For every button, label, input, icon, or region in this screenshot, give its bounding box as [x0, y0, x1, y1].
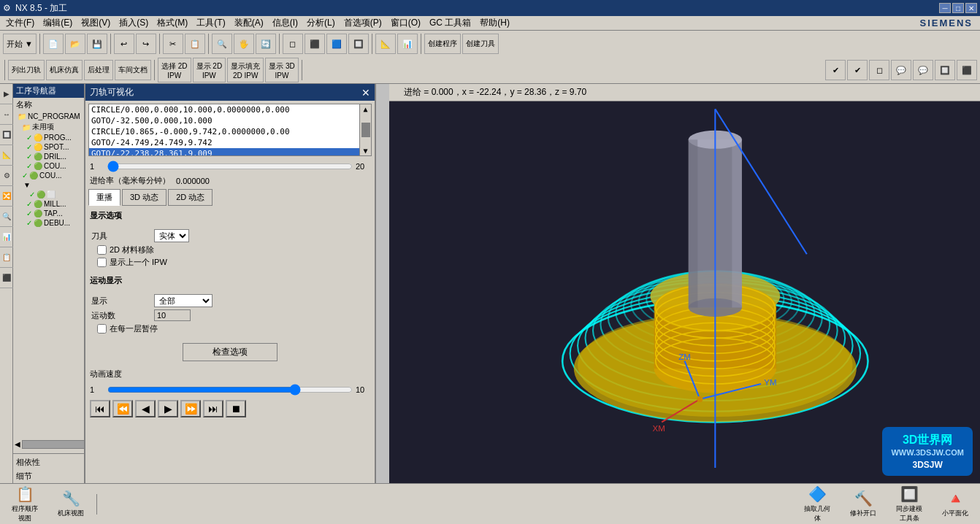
verify-btn6[interactable]: 🔲: [935, 60, 955, 80]
create-tool-button[interactable]: 创建刀具: [462, 34, 499, 54]
anim-speed-slider[interactable]: [107, 384, 353, 396]
menu-preferences[interactable]: 首选项(P): [340, 16, 386, 30]
close-button[interactable]: ✕: [965, 3, 977, 13]
sidebar-icon-4[interactable]: 📐: [0, 145, 13, 166]
nav-scroll-left[interactable]: ◀: [15, 440, 20, 449]
playback-play-button[interactable]: ▶: [158, 400, 178, 417]
check-options-button[interactable]: 检查选项: [183, 343, 277, 361]
minimize-button[interactable]: ─: [939, 3, 951, 13]
menu-gc[interactable]: GC 工具箱: [425, 16, 475, 30]
code-scrollbar[interactable]: ▲ ▼: [359, 104, 371, 155]
cut-button[interactable]: ✂: [163, 34, 183, 54]
motion-count-input[interactable]: [154, 309, 191, 321]
playback-fast-forward-button[interactable]: ⏩: [180, 400, 201, 417]
code-line-2[interactable]: GOTO/-32.500,0.000,10.000: [89, 115, 359, 126]
sidebar-icon-8[interactable]: 📊: [0, 227, 13, 247]
playback-back-button[interactable]: ◀: [135, 400, 156, 417]
sidebar-icon-5[interactable]: ⚙: [0, 166, 13, 186]
menu-file[interactable]: 文件(F): [1, 16, 39, 30]
sidebar-icon-7[interactable]: 🔍: [0, 207, 13, 227]
cb-ipo-checkbox[interactable]: [97, 258, 107, 267]
menu-analysis[interactable]: 分析(L): [302, 16, 340, 30]
redo-button[interactable]: ↪: [136, 34, 156, 54]
menu-edit[interactable]: 编辑(E): [39, 16, 77, 30]
nav-debu-icon: 🟢: [34, 219, 42, 227]
display-2d-ipw-button[interactable]: 显示 2DIPW: [193, 58, 226, 82]
analysis-button[interactable]: 📊: [397, 34, 418, 54]
sidebar-icon-9[interactable]: 📋: [0, 247, 13, 268]
verify-btn[interactable]: ✔: [825, 60, 846, 80]
menu-window[interactable]: 窗口(O): [386, 16, 425, 30]
dialog-close-button[interactable]: ✕: [361, 87, 370, 99]
verify-btn2[interactable]: ✔: [847, 60, 868, 80]
sidebar-icon-10[interactable]: ⬛: [0, 268, 13, 288]
display-3d-ipw-button[interactable]: 显示 3DIPW: [265, 58, 299, 82]
verify-btn4[interactable]: 💬: [891, 60, 911, 80]
sidebar-icon-2[interactable]: ↔: [0, 104, 13, 125]
maximize-button[interactable]: □: [952, 3, 964, 13]
sidebar-icon-3[interactable]: 🔲: [0, 125, 13, 145]
zoom-button[interactable]: 🔍: [212, 34, 232, 54]
position-slider[interactable]: [107, 161, 353, 172]
tab-replay[interactable]: 重播: [88, 189, 120, 206]
program-order-button[interactable]: 📋 程序顺序视图: [3, 483, 47, 525]
scroll-up[interactable]: ▲: [363, 105, 367, 113]
postprocess-button[interactable]: 后处理: [84, 60, 113, 80]
workshop-doc-button[interactable]: 车间文档: [115, 60, 151, 80]
slider-max: 20: [356, 162, 370, 171]
verify-btn7[interactable]: ⬛: [957, 60, 977, 80]
machine-sim-button[interactable]: 机床仿真: [46, 60, 83, 80]
create-program-button[interactable]: 创建程序: [424, 34, 461, 54]
extract-geom-button[interactable]: 🔷 抽取几何体: [795, 483, 839, 525]
rotate-button[interactable]: 🔄: [256, 34, 276, 54]
save-button[interactable]: 💾: [87, 34, 107, 54]
tab-2d[interactable]: 2D 动态: [168, 189, 213, 206]
menu-insert[interactable]: 插入(S): [115, 16, 153, 30]
verify-btn5[interactable]: 💬: [913, 60, 933, 80]
playback-end-button[interactable]: ⏭: [203, 400, 223, 417]
patch-opening-button[interactable]: 🔨 修补开口: [841, 488, 885, 520]
list-toolpath-button[interactable]: 列出刀轨: [8, 60, 45, 80]
copy-button[interactable]: 📋: [185, 34, 205, 54]
menu-info[interactable]: 信息(I): [268, 16, 302, 30]
wire-button[interactable]: 🔲: [348, 34, 369, 54]
show-select[interactable]: 全部 刀轨 刀具: [154, 294, 213, 307]
playback-stop-button[interactable]: ⏹: [226, 400, 246, 417]
code-line-4[interactable]: GOTO/-24.749,24.749,9.742: [89, 137, 359, 148]
undo-button[interactable]: ↩: [114, 34, 134, 54]
shade-button[interactable]: 🟦: [326, 34, 347, 54]
code-line-5[interactable]: GOTO/-22.238,28.361,9.009: [89, 148, 359, 155]
playback-step-back-button[interactable]: ⏪: [112, 400, 133, 417]
cb-pause-checkbox[interactable]: [97, 324, 107, 334]
select-2d-ipw-button[interactable]: 选择 2DIPW: [158, 58, 191, 82]
machine-view-button[interactable]: 🔧 机床视图: [49, 488, 93, 520]
cb-2d-checkbox[interactable]: [97, 245, 107, 255]
menu-format[interactable]: 格式(M): [153, 16, 192, 30]
playback-rewind-button[interactable]: ⏮: [90, 400, 110, 417]
menu-view[interactable]: 视图(V): [77, 16, 115, 30]
display-fill-2d-ipw-button[interactable]: 显示填充2D IPW: [227, 58, 264, 82]
facet-button[interactable]: 🔺 小平面化: [933, 488, 977, 520]
3d-viewport[interactable]: ZM YM XM 3D世界网 WWW.3DSJW.COM: [389, 101, 980, 483]
view-button[interactable]: ⬛: [305, 34, 325, 54]
expand-icon: ▼: [23, 181, 31, 189]
measure-button[interactable]: 📐: [375, 34, 396, 54]
select-button[interactable]: ◻: [283, 34, 303, 54]
scroll-down[interactable]: ▼: [363, 147, 367, 155]
sync-modeling-button[interactable]: 🔲 同步建模工具条: [887, 483, 931, 525]
new-button[interactable]: 📄: [43, 34, 64, 54]
scroll-thumb[interactable]: [361, 123, 370, 137]
sidebar-icon-6[interactable]: 🔀: [0, 186, 13, 207]
tool-select[interactable]: 实体 线框 隐藏: [154, 229, 189, 242]
start-button[interactable]: 开始 ▼: [3, 34, 37, 54]
code-line-1[interactable]: CIRCLE/0.000,0.000,10.000,0.0000000,0.00…: [89, 104, 359, 115]
tab-3d[interactable]: 3D 动态: [122, 189, 166, 206]
code-line-3[interactable]: CIRCLE/10.865,-0.000,9.742,0.0000000,0.0…: [89, 126, 359, 137]
menu-assembly[interactable]: 装配(A): [230, 16, 268, 30]
menu-help[interactable]: 帮助(H): [475, 16, 514, 30]
menu-tools[interactable]: 工具(T): [192, 16, 229, 30]
sidebar-icon-1[interactable]: ▶: [0, 84, 13, 104]
pan-button[interactable]: 🖐: [234, 34, 254, 54]
open-button[interactable]: 📂: [65, 34, 85, 54]
verify-btn3[interactable]: ◻: [869, 60, 889, 80]
